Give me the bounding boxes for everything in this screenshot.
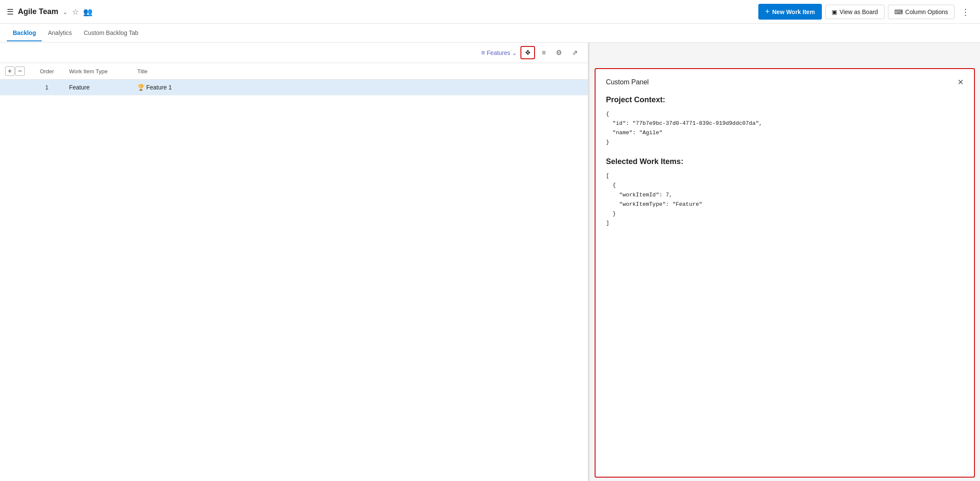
backlog-table: + − Order Work Item Type Title 1 Feature: [0, 63, 588, 95]
column-options-button[interactable]: ⌨ Column Options: [888, 5, 954, 19]
wrench-icon: ⌨: [894, 9, 903, 15]
col-header-work-item-type: Work Item Type: [64, 63, 132, 80]
tab-backlog[interactable]: Backlog: [7, 25, 42, 41]
features-chevron-icon: ⌄: [512, 49, 517, 56]
expand-icon: ⇗: [572, 49, 578, 56]
selected-work-items-json: [ { "workItemId": 7, "workItemType": "Fe…: [606, 171, 964, 228]
close-panel-button[interactable]: ✕: [957, 78, 964, 87]
more-options-button[interactable]: ⋮: [958, 5, 973, 19]
header-left: ☰ Agile Team ⌄ ☆ 👥: [7, 7, 758, 17]
col-header-order: Order: [30, 63, 64, 80]
row-order: 1: [30, 80, 64, 95]
col-header-add: + −: [0, 63, 30, 80]
tab-custom-backlog[interactable]: Custom Backlog Tab: [78, 25, 145, 41]
expand-button[interactable]: ⇗: [569, 47, 581, 58]
right-panel: Custom Panel ✕ Project Context: { "id": …: [590, 43, 980, 481]
plus-icon: +: [765, 7, 770, 16]
new-work-item-button[interactable]: + New Work Item: [758, 4, 822, 20]
board-icon: ▣: [832, 9, 837, 15]
backlog-toolbar: ≡ Features ⌄ ❖ ≡ ⚙ ⇗: [0, 43, 588, 63]
filter-toggle-button[interactable]: ❖: [520, 46, 535, 59]
sort-icon: ≡: [542, 49, 546, 56]
custom-panel-title: Custom Panel: [606, 78, 649, 86]
custom-panel: Custom Panel ✕ Project Context: { "id": …: [595, 68, 975, 478]
row-work-item-type: Feature: [64, 80, 132, 95]
right-panel-spacer: [590, 43, 980, 65]
tab-analytics[interactable]: Analytics: [42, 25, 78, 41]
chevron-down-icon[interactable]: ⌄: [63, 9, 68, 15]
gear-icon: ⚙: [556, 49, 562, 56]
view-as-board-button[interactable]: ▣ View as Board: [825, 5, 885, 19]
trophy-icon: 🏆: [137, 84, 145, 91]
project-context-json: { "id": "77b7e9bc-37d0-4771-839c-919d9dd…: [606, 109, 964, 147]
header: ☰ Agile Team ⌄ ☆ 👥 + New Work Item ▣ Vie…: [0, 0, 980, 24]
backlog-section: ≡ Features ⌄ ❖ ≡ ⚙ ⇗: [0, 43, 588, 481]
filter-lines-icon: ≡: [481, 49, 485, 57]
team-icon[interactable]: 👥: [83, 7, 93, 17]
page-title: Agile Team: [18, 7, 58, 16]
tabs-bar: Backlog Analytics Custom Backlog Tab: [0, 24, 980, 43]
selected-work-items-heading: Selected Work Items:: [606, 157, 964, 166]
project-context-heading: Project Context:: [606, 95, 964, 104]
settings-button[interactable]: ⚙: [552, 47, 565, 58]
hamburger-icon[interactable]: ☰: [7, 7, 14, 17]
row-title: 🏆 Feature 1: [132, 80, 588, 95]
custom-panel-header: Custom Panel ✕: [606, 78, 964, 87]
main-area: ≡ Features ⌄ ❖ ≡ ⚙ ⇗: [0, 43, 980, 481]
table-row[interactable]: 1 Feature 🏆 Feature 1: [0, 80, 588, 95]
sliders-icon: ❖: [525, 49, 531, 56]
header-right: + New Work Item ▣ View as Board ⌨ Column…: [758, 4, 973, 20]
row-add-cell: [0, 80, 30, 95]
remove-row-button[interactable]: −: [15, 66, 25, 76]
col-header-title: Title: [132, 63, 588, 80]
filter-features[interactable]: ≡ Features ⌄: [481, 49, 517, 57]
star-icon[interactable]: ☆: [72, 7, 79, 17]
add-row-button[interactable]: +: [5, 66, 14, 76]
sort-button[interactable]: ≡: [538, 47, 549, 58]
